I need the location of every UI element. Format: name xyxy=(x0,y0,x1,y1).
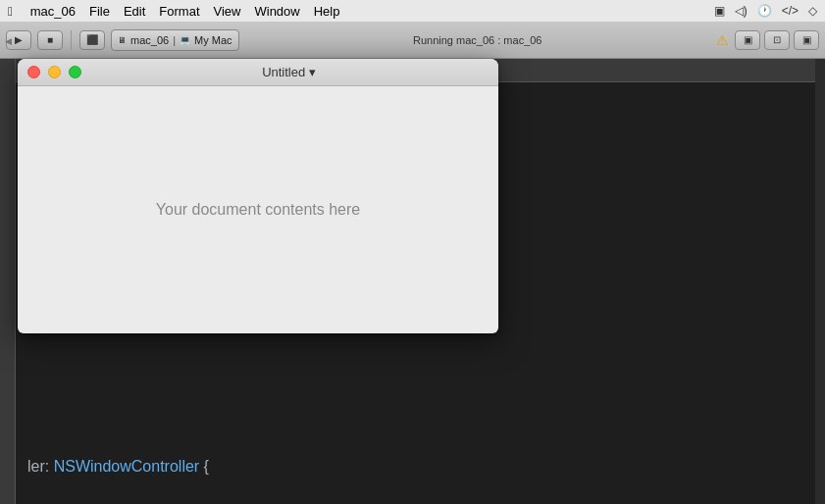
wifi-icon: ▣ xyxy=(714,4,725,18)
code-line-4 xyxy=(16,382,825,407)
scheme-selector[interactable]: 🖥 mac_06 | 💻 My Mac xyxy=(111,29,239,51)
close-button[interactable] xyxy=(27,66,40,78)
menubar-right-icons: ▣ ◁) 🕐 </> ◇ xyxy=(714,4,817,18)
menu-item-format[interactable]: Format xyxy=(159,4,199,19)
debug-toggle[interactable]: ⊡ xyxy=(764,30,790,50)
menu-item-window[interactable]: Window xyxy=(254,4,299,19)
scheme-target: | xyxy=(173,34,176,46)
back-button[interactable]: ⬛ xyxy=(79,30,105,50)
menu-item-help[interactable]: Help xyxy=(314,4,340,19)
clock-icon: 🕐 xyxy=(757,4,772,18)
navigator-toggle[interactable]: ▣ xyxy=(735,30,760,50)
doc-body-text: Your document contents here xyxy=(156,201,360,219)
code-icon: </> xyxy=(782,4,799,18)
doc-title-text: Untitled xyxy=(262,65,305,79)
separator-1 xyxy=(71,30,72,50)
minimize-button[interactable] xyxy=(48,66,61,78)
doc-body: Your document contents here xyxy=(18,86,498,333)
navigator-panel: ◀ xyxy=(0,59,16,504)
inspector-toggle[interactable]: ▣ xyxy=(794,30,819,50)
menu-item-view[interactable]: View xyxy=(214,4,241,19)
build-status: Running mac_06 : mac_06 xyxy=(245,34,711,46)
menu-item-edit[interactable]: Edit xyxy=(124,4,145,19)
target-icon: 💻 xyxy=(180,35,190,45)
toolbar-right-buttons: ▣ ⊡ ▣ xyxy=(735,30,819,50)
stop-button[interactable]: ■ xyxy=(37,30,63,50)
doc-titlebar: Untitled ▾ xyxy=(18,59,498,86)
code-line-class: ler: NSWindowController { xyxy=(16,455,825,479)
code-blank xyxy=(27,382,31,407)
maximize-button[interactable] xyxy=(69,66,81,78)
menu-item-mac06[interactable]: mac_06 xyxy=(30,4,76,19)
collapse-arrow[interactable]: ◀ xyxy=(0,33,16,49)
apple-menu[interactable]:  xyxy=(8,4,13,19)
volume-icon: ◁) xyxy=(735,4,748,18)
notch-icon: ◇ xyxy=(808,4,817,18)
menubar:  mac_06 File Edit Format View Window He… xyxy=(0,0,825,22)
editor-scrollbar[interactable] xyxy=(815,59,825,504)
doc-window-title: Untitled ▾ xyxy=(89,65,489,79)
scheme-name: mac_06 xyxy=(130,34,169,46)
warning-badge[interactable]: ⚠ xyxy=(716,32,729,48)
menu-item-file[interactable]: File xyxy=(89,4,110,19)
code-class-text: ler: NSWindowController { xyxy=(27,455,209,479)
document-window: Untitled ▾ Your document contents here xyxy=(18,59,498,333)
doc-title-arrow: ▾ xyxy=(309,65,316,79)
scheme-icon: 🖥 xyxy=(118,35,127,45)
toolbar: ▶ ■ ⬛ 🖥 mac_06 | 💻 My Mac Running mac_06… xyxy=(0,22,825,59)
target-name: My Mac xyxy=(194,34,232,46)
